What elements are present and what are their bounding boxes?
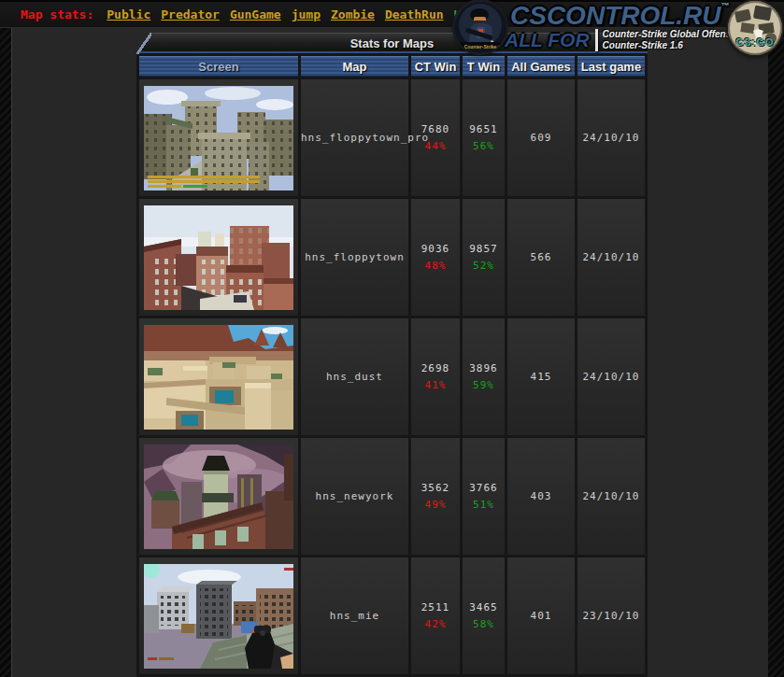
- tagline-divider: [595, 29, 598, 51]
- nav-item-deathrun[interactable]: DeathRun: [385, 7, 444, 21]
- ct-win-percent: 41%: [411, 379, 460, 391]
- nav-item-jump[interactable]: jump: [292, 7, 321, 21]
- t-win-count: 3465: [463, 601, 505, 614]
- cs16-badge-icon: Counter-Strike: [454, 1, 506, 53]
- maps-stats-table: Screen Map CT Win T Win All Games Last g…: [136, 53, 648, 677]
- site-name: CSCONTROL.RU™: [510, 1, 730, 32]
- t-win-percent: 56%: [463, 140, 505, 152]
- last-game-date: 24/10/10: [583, 371, 640, 383]
- last-game-date: 24/10/10: [583, 251, 640, 263]
- table-row: hns_dust 2698 41% 3896 59% 415 24/10/10: [139, 318, 645, 435]
- ct-win-count: 2511: [411, 601, 460, 614]
- mode-nav: PublicPredatorGunGamejumpZombieDeathRun: [107, 7, 453, 21]
- map-name: hns_floppytown_pro: [301, 132, 429, 144]
- t-win-percent: 52%: [463, 260, 505, 272]
- t-win-count: 3766: [463, 482, 505, 494]
- map-name: hns_mie: [330, 610, 379, 622]
- csgo-badge-label: CS:GO: [728, 36, 782, 48]
- map-stats-label: Map stats:: [21, 7, 93, 21]
- tagline-csgo: Counter-Strike Global Offensive: [603, 29, 745, 40]
- map-name: hns_dust: [326, 371, 383, 383]
- all-games-count: 415: [531, 371, 552, 383]
- col-header-ct-win[interactable]: CT Win: [411, 56, 460, 77]
- col-header-last-game[interactable]: Last game: [577, 56, 645, 77]
- map-screenshot: [144, 444, 293, 549]
- map-screenshot: [144, 564, 293, 669]
- all-games-count: 403: [531, 490, 552, 502]
- allfor-text: ALL FOR: [505, 29, 590, 51]
- t-win-count: 3896: [463, 362, 505, 374]
- table-row: hns_mie 2511 42% 3465 58% 401 23/10/10: [139, 557, 645, 674]
- site-logo: Counter-Strike CSCONTROL.RU™ ALL FOR Cou…: [449, 0, 784, 54]
- ct-win-percent: 49%: [411, 499, 460, 511]
- t-win-count: 9651: [463, 123, 505, 135]
- map-screenshot: [144, 205, 293, 310]
- all-games-count: 609: [531, 132, 552, 144]
- nav-item-zombie[interactable]: Zombie: [331, 7, 375, 21]
- ct-win-count: 2698: [411, 362, 460, 374]
- t-win-percent: 51%: [463, 499, 505, 511]
- map-name: hns_newyork: [316, 490, 394, 502]
- nav-item-predator[interactable]: Predator: [161, 7, 220, 21]
- ct-win-percent: 42%: [411, 618, 460, 630]
- col-header-screen: Screen: [139, 56, 298, 77]
- nav-item-gungame[interactable]: GunGame: [230, 7, 281, 21]
- title-corner-notch: [136, 33, 151, 54]
- main-content: Stats for Maps Screen Map CT Win T Win A…: [11, 28, 768, 677]
- all-games-count: 401: [531, 610, 552, 622]
- last-game-date: 23/10/10: [583, 610, 640, 622]
- cs16-badge-label: Counter-Strike: [454, 44, 506, 49]
- all-games-count: 566: [531, 251, 552, 263]
- ct-win-count: 3562: [411, 482, 460, 494]
- csgo-badge-icon: CS:GO: [728, 1, 782, 55]
- table-row: hns_newyork 3562 49% 3766 51% 403 24/10/…: [139, 438, 645, 555]
- page-left-edge: [0, 0, 11, 677]
- col-header-t-win[interactable]: T Win: [463, 56, 505, 77]
- table-row: hns_floppytown 9036 48% 9857 52% 566 24/…: [139, 199, 645, 316]
- t-win-percent: 59%: [463, 379, 505, 391]
- tagline-cs16: Counter-Strike 1.6: [603, 40, 745, 51]
- page: Map stats: PublicPredatorGunGamejumpZomb…: [0, 0, 784, 677]
- ct-win-percent: 48%: [411, 260, 460, 272]
- t-win-percent: 58%: [463, 618, 505, 630]
- table-title: Stats for Maps: [350, 36, 435, 50]
- map-name: hns_floppytown: [305, 251, 405, 263]
- map-screenshot: [144, 325, 293, 430]
- map-screenshot: [144, 86, 293, 190]
- stats-for-maps-panel: Stats for Maps Screen Map CT Win T Win A…: [136, 33, 648, 677]
- nav-item-public[interactable]: Public: [107, 7, 150, 21]
- t-win-count: 9857: [463, 243, 505, 255]
- trademark: ™: [721, 1, 730, 10]
- ct-win-count: 9036: [411, 243, 460, 255]
- last-game-date: 24/10/10: [583, 132, 640, 144]
- col-header-map[interactable]: Map: [301, 56, 408, 77]
- table-row: hns_floppytown_pro 7680 44% 9651 56% 609…: [139, 79, 645, 196]
- page-right-edge: [768, 0, 784, 677]
- last-game-date: 24/10/10: [583, 490, 640, 502]
- col-header-all-games[interactable]: All Games: [507, 56, 575, 77]
- logo-tagline: ALL FOR Counter-Strike Global Offensive …: [505, 29, 744, 51]
